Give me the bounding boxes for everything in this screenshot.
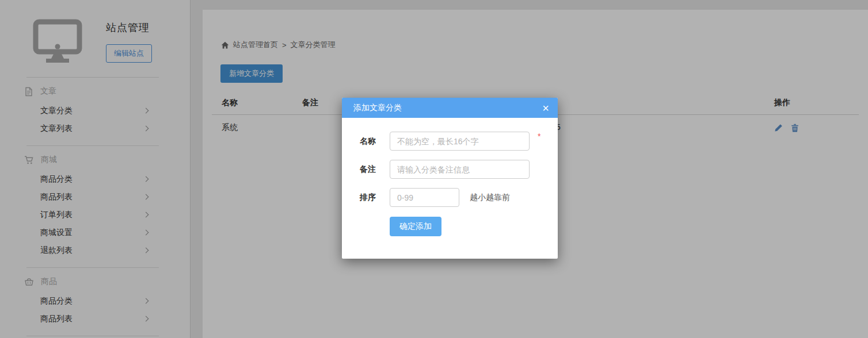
field-row-sort: 排序 越小越靠前 [360, 188, 558, 207]
field-label-sort: 排序 [360, 193, 390, 203]
field-row-note: 备注 [360, 160, 558, 179]
category-sort-input[interactable] [390, 188, 459, 207]
field-label-note: 备注 [360, 164, 390, 175]
field-row-name: 名称 * [360, 132, 558, 151]
required-asterisk: * [538, 132, 540, 141]
category-name-input[interactable] [390, 132, 530, 151]
submit-row: 确定添加 [390, 217, 558, 236]
close-icon[interactable]: × [542, 102, 549, 114]
sort-hint: 越小越靠前 [470, 193, 510, 203]
modal-header: 添加文章分类 × [342, 98, 558, 118]
confirm-add-button[interactable]: 确定添加 [390, 217, 441, 236]
add-category-modal: 添加文章分类 × 名称 * 备注 排序 越小越靠前 确定添加 [342, 98, 558, 259]
field-label-name: 名称 [360, 136, 390, 147]
modal-body: 名称 * 备注 排序 越小越靠前 确定添加 [342, 118, 558, 259]
category-note-input[interactable] [390, 160, 530, 179]
modal-title: 添加文章分类 [353, 103, 542, 113]
